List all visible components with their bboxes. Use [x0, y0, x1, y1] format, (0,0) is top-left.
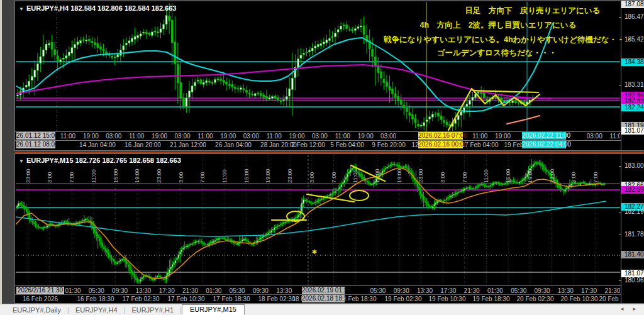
candle-body	[303, 53, 305, 55]
candle-body	[446, 122, 448, 125]
axis-tick	[619, 280, 621, 281]
candle-body	[458, 192, 459, 192]
time-label: 09:30	[253, 287, 269, 294]
time-label: 20 Feb 10:30	[561, 296, 598, 302]
candle-body	[21, 204, 23, 205]
candle-body	[208, 243, 209, 245]
axis-tick	[619, 17, 621, 18]
candle-body	[169, 270, 170, 274]
vline-time-marker: 2026.02.22 04:00	[522, 141, 566, 148]
candle-body	[186, 98, 187, 107]
candle-body	[348, 172, 350, 174]
candle-body	[313, 202, 314, 203]
candle-body	[123, 46, 125, 50]
candle-body	[396, 165, 397, 165]
tab-eurjpy-m15[interactable]: EURJPY#,M15	[182, 304, 245, 315]
candle-body	[435, 114, 436, 114]
candle-body	[589, 183, 590, 184]
candle-body	[211, 82, 213, 83]
h1-time-axis-row[interactable]: 26.01.12 15:0011:0019:0003:0011:0019:000…	[15, 132, 620, 140]
candle-body	[57, 56, 58, 61]
session-time-label: 3:00	[47, 172, 53, 183]
candle-body	[108, 253, 109, 255]
tab-eurjpy-h1[interactable]: EURJPY#,H1	[125, 306, 180, 314]
candle-body	[106, 52, 108, 53]
time-label: 19:00	[495, 133, 511, 140]
candle-body	[380, 72, 382, 78]
candle-body	[40, 228, 41, 228]
candle-body	[331, 36, 333, 37]
candle-body	[385, 169, 386, 169]
tab-eurjpy-daily[interactable]: EURJPY#,Daily	[6, 306, 67, 314]
yellow-note-text: 4h 方向上 2波。押し目買いエリアにいる	[420, 20, 577, 31]
time-label: 03:00	[312, 133, 328, 140]
time-label: 03:00	[174, 133, 190, 140]
yellow-annotation-ellipse	[350, 191, 369, 201]
session-time-label: 3:00	[570, 172, 577, 183]
candle-body	[372, 50, 374, 57]
ma-magenta-line	[16, 65, 551, 99]
candle-body	[374, 57, 376, 65]
candle-body	[189, 91, 191, 97]
candle-body	[487, 186, 488, 187]
candle-body	[425, 201, 426, 202]
time-label: 19:00	[358, 133, 374, 140]
price-label: 181.780	[621, 231, 644, 238]
vline-time-marker: 2026.02.16 00:00	[418, 141, 463, 148]
candle-body	[77, 41, 79, 45]
tab-eurjpy-h4[interactable]: EURJPY#,H4	[69, 306, 124, 314]
time-label: 26 Jan 04:00	[215, 141, 252, 148]
candle-body	[400, 166, 401, 167]
candle-body	[323, 198, 324, 199]
time-label: 11:00	[60, 133, 75, 140]
session-time-label: 15:00	[113, 169, 119, 183]
candle-body	[252, 94, 253, 95]
candle-body	[461, 191, 462, 191]
time-label: 18 Feb 02:30	[258, 296, 296, 302]
chart-window-m15[interactable]: ✱19:0023:003:007:0011:0015:0019:0023:003…	[14, 153, 643, 304]
candle-body	[224, 238, 225, 239]
candle-body	[455, 194, 456, 194]
chart-window-h4[interactable]: ▼EURJPY#,H4 182.584 182.806 182.584 182.…	[14, 1, 643, 151]
candle-body	[601, 184, 602, 185]
candle-body	[236, 243, 237, 245]
candle-body	[496, 183, 497, 184]
candle-body	[494, 182, 496, 183]
candle-body	[408, 168, 409, 170]
time-label: 13:30	[558, 287, 574, 294]
m15-plot-area[interactable]: ✱19:0023:003:007:0011:0015:0019:0023:003…	[16, 155, 621, 285]
time-label: 14 Jan 04:00	[79, 141, 116, 148]
candle-body	[297, 58, 299, 67]
candle-body	[23, 206, 24, 207]
time-label: 03:00	[243, 133, 259, 140]
candle-body	[96, 232, 97, 235]
h4-price-axis[interactable]: 187.089186.475185.425184.387183.310182.6…	[621, 1, 644, 150]
candle-body	[46, 226, 47, 227]
candle-body	[441, 201, 443, 201]
time-label: 16 Jan 20:00	[125, 141, 161, 148]
candle-body	[512, 101, 514, 103]
m30-time-axis-row[interactable]: 16 Feb 202616 Feb 18:3017 Feb 02:3017 Fe…	[15, 295, 620, 303]
m15-time-axis-row[interactable]: 2026/2/16 21:3001:3005:3009:3013:3017:30…	[15, 287, 620, 294]
time-label: 20 Feb 18:30	[599, 296, 620, 302]
session-time-label: 7:00	[69, 172, 75, 183]
tab-scroll-arrows[interactable]: ◄ ►	[619, 306, 640, 312]
candle-body	[41, 228, 42, 228]
price-label: 187.089	[621, 1, 644, 8]
price-label: 180.965	[621, 277, 644, 284]
axis-tick	[619, 235, 621, 235]
candle-body	[347, 174, 348, 177]
session-time-label: 7:00	[331, 172, 337, 183]
candle-body	[35, 224, 36, 226]
candle-body	[262, 237, 263, 238]
candle-body	[103, 49, 104, 51]
candle-body	[218, 239, 219, 240]
candle-body	[474, 188, 475, 189]
h4-time-axis-row[interactable]: 26.01.12 08:0014 Jan 04:0016 Jan 20:0021…	[15, 141, 620, 150]
candle-body	[298, 214, 299, 217]
candle-body	[333, 192, 335, 193]
candle-body	[580, 184, 581, 185]
candle-body	[187, 246, 189, 247]
m15-price-axis[interactable]: 183.005182.663182.593182.279182.190181.7…	[621, 154, 644, 303]
candle-body	[329, 195, 330, 196]
